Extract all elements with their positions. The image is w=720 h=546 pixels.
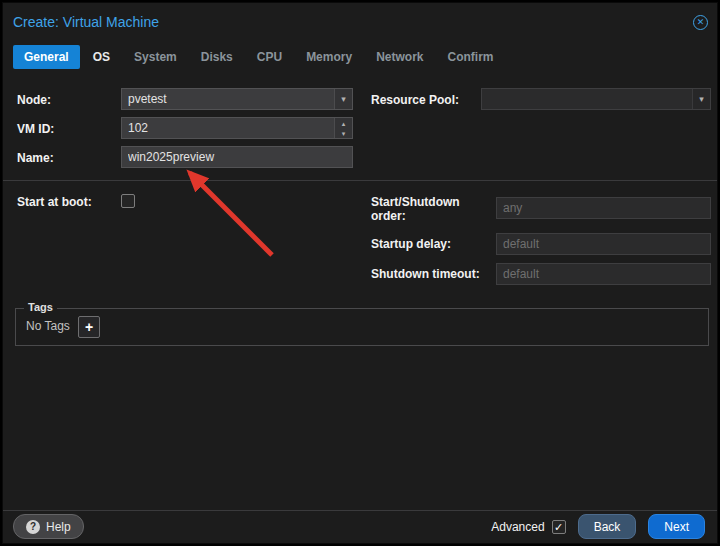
node-select[interactable]: pvetest ▾ [121,88,353,110]
shutdown-timeout-label: Shutdown timeout: [371,267,480,281]
tab-confirm[interactable]: Confirm [436,45,504,69]
help-button-label: Help [46,520,71,534]
help-button[interactable]: ? Help [13,514,84,539]
advanced-label: Advanced [491,520,544,534]
dialog-title: Create: Virtual Machine [13,14,159,30]
shutdown-timeout-input[interactable] [496,263,711,285]
close-icon[interactable]: ✕ [693,15,708,30]
advanced-group: Advanced [491,520,565,534]
footer-divider [3,510,717,511]
startup-delay-label: Startup delay: [371,237,451,251]
vmid-label: VM ID: [17,122,54,136]
next-button[interactable]: Next [648,514,705,539]
name-label: Name: [17,151,54,165]
node-label: Node: [17,93,51,107]
tab-system[interactable]: System [123,45,188,69]
tags-fieldset: Tags No Tags + [15,308,709,346]
vmid-spinner[interactable]: ▴ ▾ [334,118,352,138]
node-value: pvetest [122,92,334,106]
tab-general[interactable]: General [13,45,80,69]
spinner-down-icon[interactable]: ▾ [335,128,352,138]
resource-pool-select[interactable]: ▾ [481,88,711,110]
chevron-down-icon[interactable]: ▾ [334,89,352,109]
tab-memory[interactable]: Memory [295,45,363,69]
tab-bar: General OS System Disks CPU Memory Netwo… [13,45,504,69]
back-button[interactable]: Back [578,514,637,539]
start-at-boot-label: Start at boot: [17,195,92,209]
spinner-up-icon[interactable]: ▴ [335,118,352,128]
add-tag-button[interactable]: + [78,316,100,338]
tab-disks[interactable]: Disks [190,45,244,69]
tags-legend: Tags [24,301,57,313]
footer-actions: Advanced Back Next [491,514,705,539]
create-vm-dialog: Create: Virtual Machine ✕ General OS Sys… [2,2,718,544]
advanced-checkbox[interactable] [552,520,566,534]
resource-pool-label: Resource Pool: [371,93,459,107]
chevron-down-icon[interactable]: ▾ [692,89,710,109]
tab-network[interactable]: Network [365,45,434,69]
no-tags-text: No Tags [26,319,70,333]
vmid-spinner-field[interactable]: 102 ▴ ▾ [121,117,353,139]
start-at-boot-checkbox[interactable] [121,194,135,208]
tab-os[interactable]: OS [82,45,121,69]
name-input[interactable] [121,146,353,168]
form-divider [3,180,717,181]
startup-order-input[interactable] [496,197,711,219]
startup-delay-input[interactable] [496,233,711,255]
tab-cpu[interactable]: CPU [246,45,293,69]
vmid-value: 102 [122,121,334,135]
help-icon: ? [26,520,40,534]
startup-order-label: Start/Shutdown order: [371,195,483,223]
